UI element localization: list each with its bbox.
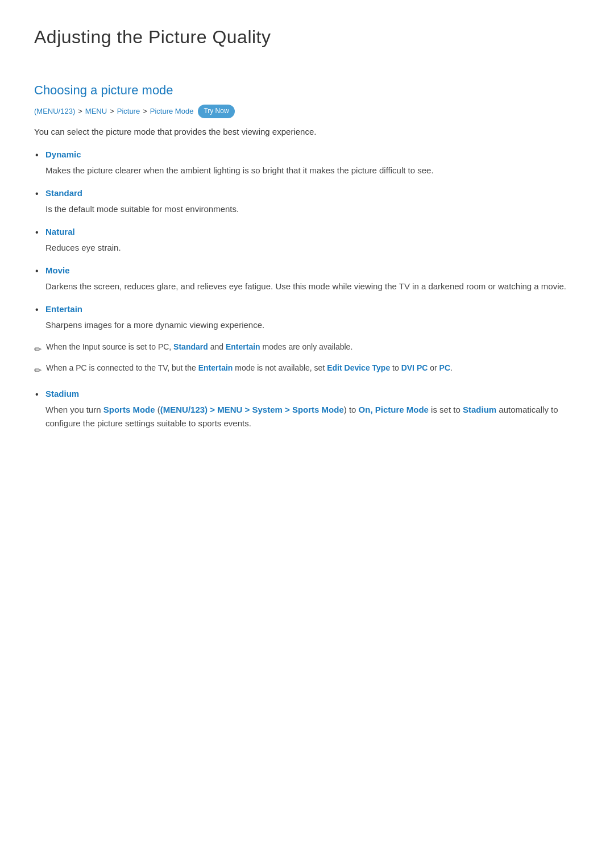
pencil-icon-2: ✏: [34, 363, 42, 378]
list-item: Movie Darkens the screen, reduces glare,…: [45, 264, 580, 293]
mode-label-natural: Natural: [45, 225, 580, 239]
note-text-2: When a PC is connected to the TV, but th…: [46, 362, 453, 374]
mode-label-standard: Standard: [45, 186, 580, 200]
mode-label-entertain: Entertain: [45, 302, 580, 316]
list-item: Standard Is the default mode suitable fo…: [45, 186, 580, 216]
mode-desc-entertain: Sharpens images for a more dynamic viewi…: [45, 320, 264, 330]
mode-label-dynamic: Dynamic: [45, 148, 580, 161]
note-item: ✏ When a PC is connected to the TV, but …: [34, 362, 580, 378]
mode-desc-stadium: When you turn Sports Mode ((MENU/123) > …: [45, 405, 558, 428]
highlight-stadium: Stadium: [463, 405, 496, 414]
intro-text: You can select the picture mode that pro…: [34, 125, 580, 139]
breadcrumb-sep3: >: [143, 106, 147, 118]
note-text-1: When the Input source is set to PC, Stan…: [46, 341, 352, 353]
notes-section: ✏ When the Input source is set to PC, St…: [34, 341, 580, 378]
highlight-pc: PC: [439, 363, 450, 372]
mode-desc-dynamic: Makes the picture clearer when the ambie…: [45, 165, 434, 175]
highlight-dvi-pc: DVI PC: [401, 363, 428, 372]
highlight-menu-system: > MENU > System > Sports Mode: [210, 405, 343, 414]
extra-modes-list: Stadium When you turn Sports Mode ((MENU…: [45, 387, 580, 430]
mode-desc-movie: Darkens the screen, reduces glare, and r…: [45, 281, 566, 291]
mode-label-movie: Movie: [45, 264, 580, 277]
breadcrumb-sep1: >: [78, 106, 82, 118]
breadcrumb-picture-mode[interactable]: Picture Mode: [150, 106, 194, 118]
highlight-standard: Standard: [173, 342, 208, 351]
list-item: Entertain Sharpens images for a more dyn…: [45, 302, 580, 332]
page-title: Adjusting the Picture Quality: [34, 23, 580, 57]
modes-list: Dynamic Makes the picture clearer when t…: [45, 148, 580, 332]
note-item: ✏ When the Input source is set to PC, St…: [34, 341, 580, 357]
pencil-icon: ✏: [34, 342, 42, 357]
highlight-sports-mode: Sports Mode: [103, 405, 155, 414]
mode-desc-standard: Is the default mode suitable for most en…: [45, 204, 239, 214]
try-now-badge[interactable]: Try Now: [198, 105, 234, 118]
highlight-on-picture-mode: On, Picture Mode: [359, 405, 429, 414]
highlight-entertain-2: Entertain: [198, 363, 233, 372]
breadcrumb-menu123[interactable]: (MENU/123): [34, 106, 75, 118]
breadcrumb-menu[interactable]: MENU: [85, 106, 107, 118]
breadcrumb: (MENU/123) > MENU > Picture > Picture Mo…: [34, 105, 580, 118]
choosing-section: Choosing a picture mode (MENU/123) > MEN…: [34, 80, 580, 430]
mode-label-stadium: Stadium: [45, 387, 580, 401]
mode-desc-natural: Reduces eye strain.: [45, 243, 121, 252]
list-item: Dynamic Makes the picture clearer when t…: [45, 148, 580, 177]
breadcrumb-picture[interactable]: Picture: [117, 106, 140, 118]
highlight-edit-device: Edit Device Type: [327, 363, 390, 372]
list-item: Stadium When you turn Sports Mode ((MENU…: [45, 387, 580, 430]
section-heading: Choosing a picture mode: [34, 80, 580, 100]
list-item: Natural Reduces eye strain.: [45, 225, 580, 255]
highlight-entertain: Entertain: [226, 342, 260, 351]
breadcrumb-sep2: >: [110, 106, 114, 118]
highlight-menu123-2: (MENU/123): [160, 405, 208, 414]
